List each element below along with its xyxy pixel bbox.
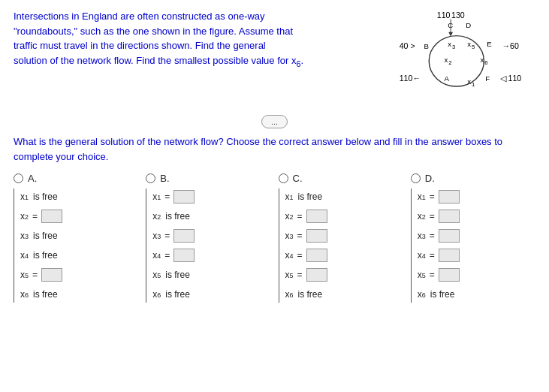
eq-sign-3-1: = <box>430 211 435 222</box>
option-block-a: A.x1 is freex2 =x3 is freex4 is freex5 =… <box>14 173 138 303</box>
radio-option-b[interactable] <box>146 173 155 183</box>
svg-text:D: D <box>466 21 471 29</box>
input-field-1-0[interactable] <box>173 190 195 204</box>
var-label-3-2: x3 <box>418 231 426 241</box>
svg-text:◁ 110: ◁ 110 <box>500 74 522 83</box>
var-sub-1-5: 6 <box>157 291 161 299</box>
var-label-2-1: x2 <box>285 211 294 222</box>
var-sub-0-3: 4 <box>25 252 29 260</box>
input-field-1-3[interactable] <box>173 249 195 262</box>
option-block-b: B.x1 =x2 is freex3 =x4 =x5 is freex6 is … <box>146 173 270 303</box>
svg-text:A: A <box>444 74 449 83</box>
input-field-1-2[interactable] <box>173 229 195 243</box>
var-label-1-1: x2 <box>152 211 161 222</box>
var-sub-2-1: 2 <box>290 213 294 221</box>
input-field-0-4[interactable] <box>41 268 62 282</box>
is-free-label-2-0: is free <box>298 191 323 202</box>
var-label-0-2: x3 <box>20 231 29 241</box>
eq-sign-3-0: = <box>430 191 435 202</box>
expand-button[interactable]: ... <box>261 115 288 128</box>
var-row-0-0: x1 is free <box>20 188 138 205</box>
network-diagram: 110 130 C D B x 3 x 5 E →60 40 > x 2 <box>370 9 535 109</box>
input-field-3-1[interactable] <box>439 210 460 223</box>
is-free-label-0-0: is free <box>33 191 58 202</box>
svg-text:E: E <box>487 40 491 48</box>
var-label-3-5: x6 <box>418 289 426 300</box>
input-field-2-2[interactable] <box>306 229 327 243</box>
is-free-label-1-5: is free <box>165 289 190 300</box>
option-letter-1: B. <box>160 173 169 184</box>
var-row-1-5: x6 is free <box>152 286 270 303</box>
input-field-3-3[interactable] <box>439 249 460 262</box>
var-row-2-1: x2 = <box>285 208 403 225</box>
options-row: A.x1 is freex2 =x3 is freex4 is freex5 =… <box>14 173 535 303</box>
problem-text: Intersections in England are often const… <box>14 9 355 109</box>
svg-point-22 <box>429 36 484 86</box>
var-row-3-2: x3 = <box>418 228 535 244</box>
option-block-d: D.x1 =x2 =x3 =x4 =x5 =x6 is free <box>411 173 535 303</box>
var-sub-1-0: 1 <box>157 194 161 201</box>
option-label-row-0: A. <box>14 173 138 184</box>
input-field-0-1[interactable] <box>41 210 62 223</box>
option-letter-0: A. <box>28 173 37 184</box>
var-row-3-5: x6 is free <box>418 286 535 303</box>
svg-text:F: F <box>485 74 490 83</box>
option-rows-1: x1 =x2 is freex3 =x4 =x5 is freex6 is fr… <box>146 188 270 303</box>
radio-option-a[interactable] <box>14 173 23 183</box>
input-field-2-1[interactable] <box>306 210 327 223</box>
eq-sign-2-4: = <box>297 270 303 280</box>
eq-sign-1-2: = <box>164 231 170 241</box>
var-row-2-0: x1 is free <box>285 188 403 205</box>
option-letter-2: C. <box>293 173 303 184</box>
eq-sign-2-2: = <box>297 231 303 241</box>
var-label-2-5: x6 <box>285 289 294 300</box>
var-row-0-5: x6 is free <box>20 286 138 303</box>
eq-sign-3-3: = <box>430 250 435 261</box>
svg-text:3: 3 <box>452 44 455 50</box>
input-field-3-0[interactable] <box>439 190 460 204</box>
svg-text:→60: →60 <box>502 41 518 50</box>
var-sub-0-5: 6 <box>25 291 29 299</box>
svg-text:40 >: 40 > <box>400 41 415 50</box>
input-field-3-2[interactable] <box>439 229 460 243</box>
var-sub-2-2: 3 <box>290 233 294 240</box>
option-label-row-3: D. <box>411 173 535 184</box>
diagram-svg: 110 130 C D B x 3 x 5 E →60 40 > x 2 <box>370 9 535 107</box>
var-row-2-2: x3 = <box>285 228 403 244</box>
eq-sign-0-1: = <box>32 211 38 222</box>
var-sub-3-2: 3 <box>422 233 426 240</box>
var-label-0-3: x4 <box>20 250 29 261</box>
var-sub-0-1: 2 <box>25 213 29 221</box>
var-row-1-3: x4 = <box>152 247 270 264</box>
option-rows-2: x1 is freex2 =x3 =x4 =x5 =x6 is free <box>279 188 403 303</box>
var-row-3-1: x2 = <box>418 208 535 225</box>
var-sub-3-3: 4 <box>422 252 426 260</box>
var-sub-2-3: 4 <box>290 252 294 260</box>
var-row-1-4: x5 is free <box>152 267 270 283</box>
var-row-3-4: x5 = <box>418 267 535 283</box>
var-sub-2-5: 6 <box>290 291 294 299</box>
var-sub-3-0: 1 <box>422 194 426 201</box>
is-free-label-0-5: is free <box>33 289 58 300</box>
eq-sign-1-0: = <box>164 191 170 202</box>
radio-option-c[interactable] <box>279 173 288 183</box>
input-field-2-4[interactable] <box>306 268 327 282</box>
var-label-3-1: x2 <box>418 211 426 222</box>
svg-text:5: 5 <box>472 44 475 50</box>
var-sub-0-0: 1 <box>25 194 29 201</box>
input-field-2-3[interactable] <box>306 249 327 262</box>
option-label-row-2: C. <box>279 173 403 184</box>
input-field-3-4[interactable] <box>439 268 460 282</box>
divider-row: ... <box>14 115 535 128</box>
is-free-label-1-1: is free <box>165 211 190 222</box>
option-label-row-1: B. <box>146 173 270 184</box>
var-row-2-5: x6 is free <box>285 286 403 303</box>
var-sub-3-5: 6 <box>422 291 426 299</box>
eq-sign-3-4: = <box>430 270 435 280</box>
var-row-0-3: x4 is free <box>20 247 138 264</box>
svg-text:110←: 110← <box>400 74 421 83</box>
eq-sign-1-3: = <box>164 250 170 261</box>
var-row-1-0: x1 = <box>152 188 270 205</box>
var-sub-0-2: 3 <box>25 233 29 240</box>
radio-option-d[interactable] <box>411 173 421 183</box>
